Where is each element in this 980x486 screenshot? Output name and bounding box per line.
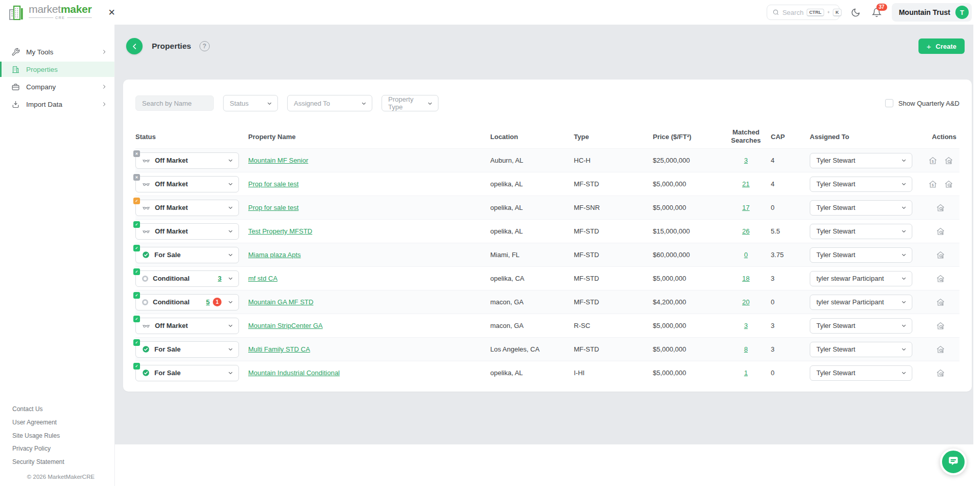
- sidebar-item-label: Import Data: [26, 101, 63, 108]
- property-name-link[interactable]: Miama plaza Apts: [248, 251, 301, 259]
- matched-searches-link[interactable]: 26: [742, 227, 749, 235]
- home-search-icon[interactable]: [944, 180, 953, 189]
- location-cell: opelika, AL: [490, 227, 574, 235]
- assigned-to-dropdown[interactable]: Tyler Stewart: [810, 177, 912, 192]
- status-dropdown[interactable]: ✓ For Sale: [135, 341, 239, 358]
- home-search-icon[interactable]: [936, 298, 945, 307]
- status-dropdown[interactable]: ✓ For Sale: [135, 247, 239, 263]
- table-row: ✕ Off Market Prop for sale test opelika,…: [135, 172, 959, 196]
- table-row: ✓ Conditional 5 1 Mountain GA MF STD mac…: [135, 290, 959, 314]
- home-search-icon[interactable]: [936, 321, 945, 331]
- status-dropdown[interactable]: ✕ Off Market: [135, 152, 239, 169]
- property-name-link[interactable]: Mountain MF Senior: [248, 157, 308, 164]
- assigned-to-filter-dropdown[interactable]: Assigned To: [287, 95, 372, 111]
- matched-searches-link[interactable]: 20: [742, 298, 749, 306]
- brand-logo[interactable]: marketmaker CRE: [8, 4, 92, 21]
- property-name-link[interactable]: Prop for sale test: [248, 180, 298, 188]
- property-name-link[interactable]: Test Property MFSTD: [248, 227, 312, 235]
- property-name-link[interactable]: mf std CA: [248, 275, 277, 282]
- col-price: Price ($/FT²): [653, 133, 721, 141]
- matched-searches-link[interactable]: 21: [742, 180, 749, 188]
- home-search-icon[interactable]: [936, 368, 945, 378]
- home-search-icon[interactable]: [936, 227, 945, 236]
- kbd-ctrl: CTRL: [807, 9, 824, 16]
- assigned-to-dropdown[interactable]: Tyler Stewart: [810, 318, 912, 334]
- status-dropdown[interactable]: ✓ For Sale: [135, 365, 239, 381]
- status-dropdown[interactable]: ✕ Off Market: [135, 176, 239, 192]
- home-dollar-icon[interactable]: $: [928, 156, 937, 165]
- tools-icon: [11, 48, 20, 56]
- status-dropdown[interactable]: ✓ Off Market: [135, 223, 239, 240]
- status-dropdown[interactable]: ✓ Off Market: [135, 318, 239, 334]
- back-button[interactable]: [126, 38, 143, 54]
- property-name-link[interactable]: Prop for sale test: [248, 204, 298, 211]
- chat-bubble-icon: [947, 455, 960, 469]
- matched-searches-link[interactable]: 0: [744, 251, 748, 259]
- property-name-link[interactable]: Mountain Industrial Conditional: [248, 369, 340, 377]
- kbd-k: K: [833, 9, 842, 16]
- notifications-button[interactable]: 37: [872, 8, 882, 17]
- col-property-name: Property Name: [248, 133, 490, 141]
- assigned-to-dropdown[interactable]: Tyler Stewart: [810, 342, 912, 357]
- matched-searches-link[interactable]: 3: [744, 157, 748, 164]
- footer-link-site-usage-rules[interactable]: Site Usage Rules: [12, 432, 109, 440]
- type-cell: R-SC: [574, 322, 653, 329]
- status-label: For Sale: [154, 369, 181, 377]
- assigned-to-dropdown[interactable]: Tyler Stewart: [810, 224, 912, 239]
- account-menu[interactable]: Mountain Trust T: [892, 3, 972, 22]
- home-search-icon[interactable]: [936, 345, 945, 354]
- matched-searches-link[interactable]: 17: [742, 204, 749, 211]
- type-cell: MF-STD: [574, 251, 653, 259]
- close-menu-icon[interactable]: ✕: [108, 8, 115, 17]
- create-button[interactable]: + Create: [918, 38, 965, 54]
- scrollbar-gutter[interactable]: [973, 25, 980, 486]
- price-cell: $25,000,000: [653, 157, 721, 164]
- status-label: For Sale: [154, 345, 181, 353]
- chat-button[interactable]: [940, 449, 967, 475]
- assigned-to-dropdown[interactable]: Tyler Stewart: [810, 153, 912, 168]
- assigned-to-dropdown[interactable]: Tyler Stewart: [810, 200, 912, 216]
- home-search-icon[interactable]: [936, 250, 945, 260]
- off-market-icon: [142, 227, 150, 236]
- home-search-icon[interactable]: [936, 274, 945, 283]
- matched-searches-link[interactable]: 3: [744, 322, 748, 329]
- footer-link-privacy-policy[interactable]: Privacy Policy: [12, 444, 109, 453]
- matched-searches-link[interactable]: 18: [742, 275, 749, 282]
- price-cell: $5,000,000: [653, 180, 721, 188]
- quarterly-checkbox[interactable]: [885, 99, 893, 107]
- sidebar-item-properties[interactable]: Properties: [0, 62, 114, 77]
- dark-mode-toggle[interactable]: [851, 8, 861, 17]
- status-count-link[interactable]: 3: [218, 275, 222, 282]
- status-dropdown[interactable]: ✓ Conditional 3: [135, 270, 239, 287]
- status-dropdown[interactable]: ✓ Conditional 5 1: [135, 294, 239, 310]
- property-type-filter-dropdown[interactable]: Property Type: [382, 95, 438, 111]
- property-name-link[interactable]: Mountain GA MF STD: [248, 298, 313, 306]
- location-cell: macon, GA: [490, 322, 574, 329]
- status-count-link[interactable]: 5: [206, 298, 210, 306]
- home-search-icon[interactable]: [944, 156, 953, 165]
- sidebar-item-company[interactable]: Company: [0, 79, 114, 94]
- footer-link-contact-us[interactable]: Contact Us: [12, 405, 109, 414]
- property-name-link[interactable]: Mountain StripCenter GA: [248, 322, 323, 329]
- building-icon: [11, 65, 20, 74]
- global-search-input[interactable]: Search CTRL + K: [767, 5, 839, 20]
- sidebar-item-import-data[interactable]: Import Data: [0, 96, 114, 112]
- matched-searches-link[interactable]: 8: [744, 345, 748, 353]
- matched-searches-link[interactable]: 1: [744, 369, 748, 377]
- assigned-to-dropdown[interactable]: tyler stewar Participant: [810, 271, 912, 286]
- footer-link-user-agreement[interactable]: User Agreement: [12, 418, 109, 427]
- sidebar-item-my-tools[interactable]: My Tools: [0, 44, 114, 60]
- assigned-to-dropdown[interactable]: tyler stewar Participant: [810, 295, 912, 310]
- search-by-name-input[interactable]: [135, 95, 214, 111]
- home-dollar-icon[interactable]: $: [928, 180, 937, 189]
- home-search-icon[interactable]: [936, 203, 945, 212]
- footer-link-security-statement[interactable]: Security Statement: [12, 458, 109, 466]
- assigned-to-dropdown[interactable]: Tyler Stewart: [810, 365, 912, 381]
- page-title: Properties: [152, 42, 191, 51]
- assigned-to-dropdown[interactable]: Tyler Stewart: [810, 247, 912, 263]
- help-icon[interactable]: ?: [199, 41, 210, 51]
- property-name-link[interactable]: Multi Family STD CA: [248, 345, 310, 353]
- chevron-right-icon: [101, 101, 107, 107]
- status-filter-dropdown[interactable]: Status: [223, 95, 278, 111]
- status-dropdown[interactable]: ✓ Off Market: [135, 200, 239, 216]
